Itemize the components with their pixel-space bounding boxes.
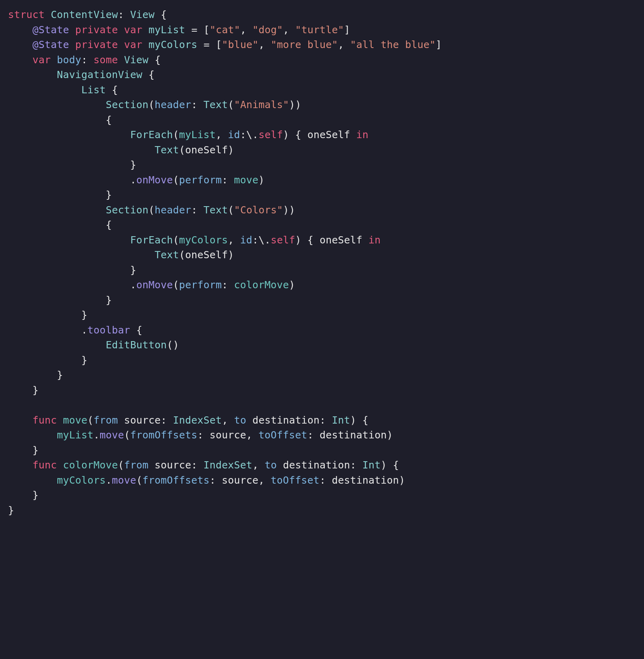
token-param: toOffset [258, 429, 307, 441]
token-plain: ( [136, 474, 142, 486]
token-call: toolbar [87, 324, 130, 336]
code-line: func colorMove(from source: IndexSet, to… [8, 459, 399, 471]
token-plain: } [8, 489, 38, 501]
code-line: } [8, 444, 38, 456]
token-type: Text [203, 204, 228, 216]
token-plain: source: [118, 414, 173, 426]
token-type: IndexSet [203, 459, 252, 471]
token-plain: { [130, 324, 143, 336]
token-plain: ( [173, 234, 179, 246]
token-call: move [100, 429, 124, 441]
token-plain: )) [283, 204, 295, 216]
token-plain: ( [228, 99, 234, 111]
token-plain: )) [289, 99, 302, 111]
token-plain: } [8, 309, 87, 321]
token-type: View [130, 9, 155, 20]
token-plain: destination: [246, 414, 332, 426]
token-plain: ( [118, 459, 124, 471]
token-plain: () [167, 339, 179, 351]
token-plain [143, 24, 149, 36]
token-call: move [112, 474, 136, 486]
token-type: ContentView [51, 9, 118, 20]
token-param: fromOffsets [130, 429, 197, 441]
token-plain: , [338, 39, 350, 50]
token-plain [8, 99, 106, 111]
token-prop: @State [32, 39, 69, 50]
token-plain: : [191, 99, 204, 111]
token-kw: private [75, 39, 118, 50]
token-plain: } [8, 369, 63, 381]
token-plain: } [8, 189, 112, 201]
code-line: } [8, 189, 112, 201]
code-line: myList.move(fromOffsets: source, toOffse… [8, 429, 393, 441]
token-str: "more blue" [271, 39, 338, 50]
token-plain [57, 414, 63, 426]
token-teal: myList [179, 129, 216, 141]
token-plain: } [8, 354, 87, 366]
token-type: Text [155, 249, 179, 261]
token-param: fromOffsets [143, 474, 210, 486]
token-plain: : source, [209, 474, 271, 486]
token-plain [8, 129, 130, 141]
token-plain [8, 234, 130, 246]
token-type: Int [362, 459, 381, 471]
token-type: NavigationView [57, 69, 143, 80]
token-param: header [155, 204, 191, 216]
token-plain: } [8, 444, 38, 456]
token-teal: myColors [179, 234, 228, 246]
token-param: toOffset [271, 474, 320, 486]
token-plain: ) { [350, 414, 368, 426]
token-plain: ( [149, 99, 155, 111]
token-plain: , [216, 129, 228, 141]
token-param: perform [179, 279, 222, 291]
token-plain [118, 39, 124, 50]
token-plain [8, 414, 32, 426]
token-plain: { [143, 69, 155, 80]
token-plain: : destination) [320, 474, 405, 486]
token-param: id [240, 234, 253, 246]
token-plain [45, 9, 51, 20]
token-plain: ( [87, 414, 93, 426]
token-plain: (oneSelf) [179, 144, 234, 156]
code-line: } [8, 354, 87, 366]
token-teal: myList [57, 429, 94, 441]
token-kw: var [32, 54, 51, 66]
token-type: View [124, 54, 149, 66]
code-line: ForEach(myList, id:\.self) { oneSelf in [8, 129, 368, 141]
token-teal: myColors [57, 474, 106, 486]
token-plain: destination: [277, 459, 362, 471]
code-line: } [8, 159, 136, 171]
code-editor[interactable]: struct ContentView: View { @State privat… [0, 0, 644, 525]
token-plain [8, 339, 106, 351]
token-kw: in [356, 129, 368, 141]
token-plain [8, 459, 32, 471]
code-line: .onMove(perform: colorMove) [8, 279, 295, 291]
token-kw: some [94, 54, 118, 66]
token-str: "dog" [252, 24, 283, 36]
token-plain [8, 204, 106, 216]
token-call: onMove [136, 174, 173, 186]
token-plain: , [258, 39, 271, 50]
token-plain: { [155, 9, 167, 20]
token-plain [8, 144, 155, 156]
code-line: myColors.move(fromOffsets: source, toOff… [8, 474, 405, 486]
token-plain [69, 24, 75, 36]
token-param: perform [179, 174, 222, 186]
token-param: to [265, 459, 277, 471]
token-plain: } [8, 264, 136, 276]
token-param: header [155, 99, 191, 111]
code-line: Section(header: Text("Animals")) [8, 99, 301, 111]
token-kw: self [271, 234, 295, 246]
token-plain: : source, [197, 429, 259, 441]
token-plain: , [240, 24, 253, 36]
token-type: EditButton [106, 339, 167, 351]
token-plain: } [8, 294, 112, 306]
token-param: id [228, 129, 240, 141]
code-line: { [8, 114, 112, 126]
token-plain: ( [149, 204, 155, 216]
code-block: struct ContentView: View { @State privat… [8, 9, 442, 516]
code-line: @State private var myColors = ["blue", "… [8, 39, 442, 50]
token-plain [8, 249, 155, 261]
token-str: "Animals" [234, 99, 289, 111]
token-plain: } [8, 159, 136, 171]
